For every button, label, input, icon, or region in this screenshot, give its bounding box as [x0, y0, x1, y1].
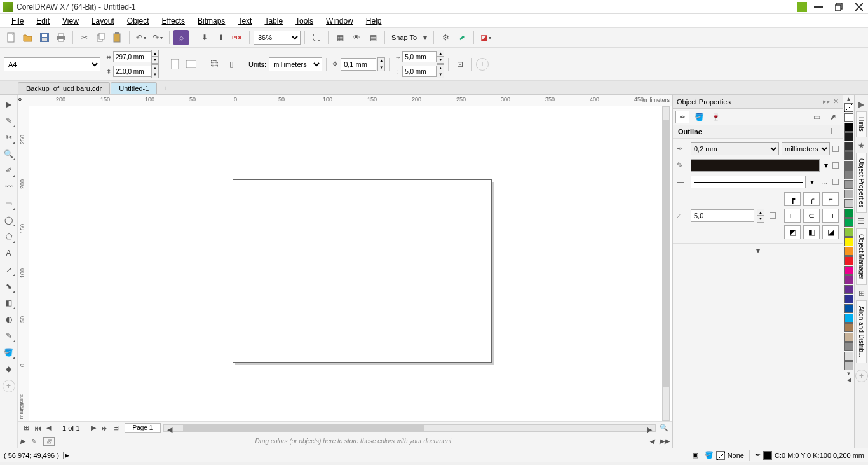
color-swatch-13[interactable]	[844, 237, 853, 246]
panel-mode-1[interactable]: ▭	[810, 111, 824, 123]
page-tab-1[interactable]: Page 1	[125, 423, 161, 433]
width-up[interactable]: ▲	[152, 50, 158, 57]
ellipse-tool[interactable]: ◯	[1, 212, 17, 228]
page-height-input[interactable]	[113, 66, 151, 77]
docker-obj-props[interactable]: Object Properties	[856, 153, 867, 213]
page-next[interactable]: ▶	[88, 423, 99, 433]
vertical-ruler[interactable]: 250 200 150 100 50 0 -50 millimeters	[18, 106, 29, 421]
no-color-swatch[interactable]: ⊠	[43, 437, 55, 446]
horizontal-scrollbar[interactable]: ◀▶	[163, 424, 656, 432]
color-swatch-9[interactable]	[844, 199, 853, 208]
page-last[interactable]: ⏭	[99, 423, 111, 433]
color-swatch-25[interactable]	[844, 352, 853, 361]
vertical-scrollbar[interactable]	[662, 106, 670, 421]
full-screen-button[interactable]: ⛶	[309, 30, 324, 45]
landscape-button[interactable]	[184, 57, 199, 72]
artistic-media-tool[interactable]: 〰	[1, 179, 17, 195]
notification-icon[interactable]	[797, 2, 807, 12]
docker-align-icon[interactable]: ⊞	[856, 288, 867, 299]
lock-2[interactable]	[832, 162, 839, 169]
page-add-after[interactable]: ⊞	[111, 423, 122, 433]
parallel-dim-tool[interactable]: ↗	[1, 262, 17, 277]
panel-mode-2[interactable]: ⬈	[826, 111, 840, 123]
portrait-button[interactable]	[167, 57, 182, 72]
transparency-tool[interactable]: ◐	[1, 312, 17, 327]
nudge-down[interactable]: ▼	[378, 64, 384, 71]
undo-button[interactable]: ↶▾	[133, 30, 149, 45]
height-down[interactable]: ▼	[152, 71, 158, 78]
new-doc-tab[interactable]: +	[158, 83, 172, 94]
app-launcher-button[interactable]: ◪▾	[478, 30, 493, 45]
close-button[interactable]	[853, 2, 865, 12]
zoom-tool[interactable]: 🔍	[1, 146, 17, 162]
color-swatch-6[interactable]	[844, 170, 853, 179]
color-swatch-5[interactable]	[844, 161, 853, 170]
units-select[interactable]: millimeters	[269, 57, 322, 71]
menu-edit[interactable]: Edit	[30, 15, 56, 27]
menu-object[interactable]: Object	[121, 15, 156, 27]
color-swatch-3[interactable]	[844, 142, 853, 151]
pos-outside[interactable]: ◩	[784, 225, 801, 239]
search-content-button[interactable]: ⌕	[173, 30, 189, 45]
color-swatch-15[interactable]	[844, 256, 853, 265]
color-swatch-10[interactable]	[844, 209, 853, 218]
zoom-all-button[interactable]: 🔍	[658, 423, 670, 433]
outline-tab[interactable]: ✒	[675, 111, 689, 123]
color-swatch-19[interactable]	[844, 295, 853, 303]
color-swatch-2[interactable]	[844, 132, 853, 141]
save-button[interactable]	[37, 30, 52, 45]
text-tool[interactable]: A	[1, 246, 17, 261]
ruler-origin[interactable]: ⌖	[18, 95, 29, 106]
all-pages-button[interactable]: ⿻	[207, 57, 222, 72]
outline-color-picker[interactable]	[691, 159, 820, 172]
transparency-tab[interactable]: 🍷	[709, 111, 722, 123]
menu-window[interactable]: Window	[320, 15, 360, 27]
nudge-input[interactable]	[341, 58, 376, 71]
docker-close[interactable]: ✕	[833, 97, 839, 106]
copy-button[interactable]	[93, 30, 109, 45]
print-button[interactable]	[53, 30, 69, 45]
pos-inside[interactable]: ◪	[822, 225, 839, 239]
palette-flyout[interactable]: ◀	[844, 377, 853, 384]
docker-hints[interactable]: Hints	[856, 111, 867, 137]
show-grid-button[interactable]: 👁	[349, 30, 364, 45]
rectangle-tool[interactable]: ▭	[1, 196, 17, 211]
docker-collapse[interactable]: ▸▸	[823, 97, 831, 106]
cap-ext[interactable]: ⊐	[822, 209, 839, 223]
doc-tab-0[interactable]: Backup_of_ucd baru.cdr	[18, 82, 110, 94]
miter-limit-input[interactable]	[691, 209, 754, 222]
fill-tab[interactable]: 🪣	[692, 111, 706, 123]
freehand-tool[interactable]: ✐	[1, 163, 17, 178]
more-styles[interactable]: ...	[818, 177, 830, 186]
canvas-viewport[interactable]	[29, 106, 672, 421]
redo-button[interactable]: ↷▾	[150, 30, 165, 45]
options-button[interactable]: ⚙	[438, 30, 453, 45]
menu-help[interactable]: Help	[360, 15, 388, 27]
color-swatch-22[interactable]	[844, 323, 853, 332]
color-swatch-16[interactable]	[844, 266, 853, 275]
publish-pdf-button[interactable]: PDF	[230, 30, 245, 45]
docker-align[interactable]: Align and Distrib...	[856, 300, 867, 363]
polygon-tool[interactable]: ⬠	[1, 229, 17, 244]
palette-expand[interactable]: ▶	[20, 438, 31, 445]
panel-expand-toggle[interactable]: ▾	[673, 243, 843, 258]
color-swatch-24[interactable]	[844, 342, 853, 351]
connector-tool[interactable]: ⬊	[1, 279, 17, 294]
style-dropdown[interactable]: ▾	[808, 177, 816, 186]
page-add-before[interactable]: ⊞	[20, 423, 32, 433]
duplicate-x-input[interactable]	[402, 51, 437, 62]
show-rulers-button[interactable]: ▦	[332, 30, 348, 45]
color-swatch-20[interactable]	[844, 304, 853, 313]
palette-up[interactable]: ▲	[844, 96, 853, 102]
menu-table[interactable]: Table	[258, 15, 289, 27]
palette-scroll-left[interactable]: ◀	[649, 438, 660, 445]
menu-file[interactable]: File	[5, 15, 30, 27]
open-button[interactable]	[20, 30, 36, 45]
treat-as-filled-button[interactable]: ⊡	[452, 57, 468, 72]
menu-bitmaps[interactable]: Bitmaps	[191, 15, 231, 27]
docker-add[interactable]: +	[855, 370, 868, 382]
pos-center[interactable]: ◧	[803, 225, 820, 239]
color-swatch-8[interactable]	[844, 190, 853, 198]
proof-icon[interactable]: ▣	[692, 451, 698, 459]
color-eyedropper-tool[interactable]: ✎	[1, 328, 17, 344]
